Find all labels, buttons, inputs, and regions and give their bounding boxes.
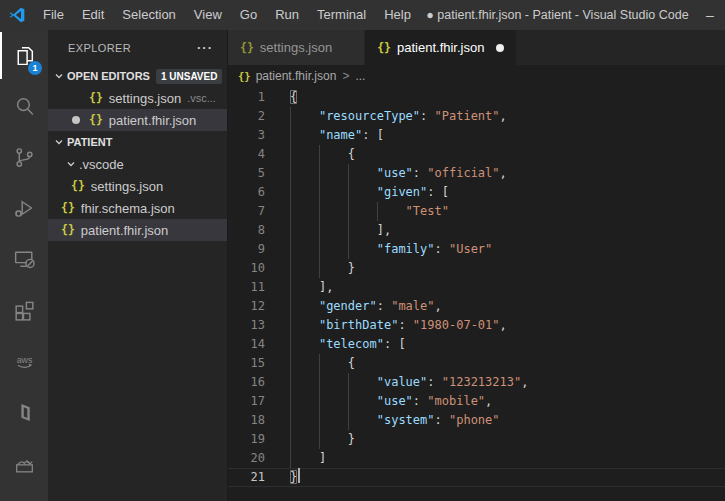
file-name: settings.json — [109, 91, 181, 106]
menu-go[interactable]: Go — [231, 0, 266, 30]
json-file-icon: {} — [240, 41, 254, 55]
menu-selection[interactable]: Selection — [113, 0, 184, 30]
menu-edit[interactable]: Edit — [73, 0, 113, 30]
breadcrumb-file[interactable]: patient.fhir.json — [256, 69, 337, 83]
more-actions-icon[interactable]: ··· — [197, 40, 213, 55]
chevron-down-icon — [51, 137, 67, 147]
tab-label: settings.json — [260, 40, 332, 55]
code-line-8[interactable]: 8 ], — [228, 221, 725, 240]
source-control-icon[interactable] — [0, 132, 48, 183]
json-file-icon: {} — [89, 91, 103, 105]
code-line-13[interactable]: 13 "birthDate": "1980-07-01", — [228, 316, 725, 335]
line-content: { — [290, 145, 725, 164]
line-number: 4 — [228, 145, 265, 164]
line-content: ], — [290, 278, 725, 297]
modified-dot-icon — [344, 44, 352, 52]
file-path-detail: .vsc... — [187, 92, 216, 104]
breadcrumb-separator: > — [342, 69, 349, 83]
code-line-18[interactable]: 18 "system": "phone" — [228, 411, 725, 430]
line-number: 16 — [228, 373, 265, 392]
menu-terminal[interactable]: Terminal — [308, 0, 375, 30]
code-line-19[interactable]: 19 } — [228, 430, 725, 449]
explorer-sidebar: EXPLORER ··· OPEN EDITORS 1 UNSAVED {}se… — [48, 30, 228, 501]
line-content: "name": [ — [290, 126, 725, 145]
file-item-fhir.schema.json[interactable]: {}fhir.schema.json — [48, 197, 227, 219]
code-line-5[interactable]: 5 "use": "official", — [228, 164, 725, 183]
line-number: 8 — [228, 221, 265, 240]
code-line-10[interactable]: 10 } — [228, 259, 725, 278]
run-debug-icon[interactable] — [0, 183, 48, 234]
line-content: "given": [ — [290, 183, 725, 202]
text-cursor — [298, 468, 300, 483]
chevron-down-icon — [63, 159, 79, 169]
tab-settings.json[interactable]: {}settings.json — [228, 30, 364, 65]
menu-run[interactable]: Run — [266, 0, 308, 30]
open-editor-item[interactable]: {}patient.fhir.json — [48, 109, 227, 131]
line-content: "system": "phone" — [290, 411, 725, 430]
code-line-9[interactable]: 9 "family": "User" — [228, 240, 725, 259]
toolbox-extension-icon[interactable] — [0, 438, 48, 489]
json-file-icon: {} — [238, 70, 251, 82]
code-line-15[interactable]: 15 { — [228, 354, 725, 373]
open-editor-item[interactable]: {}settings.json.vsc... — [48, 87, 227, 109]
sidebar-title: EXPLORER — [68, 42, 197, 54]
code-line-14[interactable]: 14 "telecom": [ — [228, 335, 725, 354]
code-line-2[interactable]: 2 "resourceType": "Patient", — [228, 107, 725, 126]
file-item-settings.json[interactable]: {}settings.json — [48, 175, 227, 197]
menu-file[interactable]: File — [34, 0, 73, 30]
code-line-12[interactable]: 12 "gender": "male", — [228, 297, 725, 316]
line-content: "value": "123213213", — [290, 373, 725, 392]
code-line-1[interactable]: 1{ — [228, 88, 725, 107]
code-editor[interactable]: 1{2 "resourceType": "Patient",3 "name": … — [228, 87, 725, 501]
code-line-6[interactable]: 6 "given": [ — [228, 183, 725, 202]
line-number: 9 — [228, 240, 265, 259]
chevron-down-icon — [51, 71, 67, 81]
code-line-17[interactable]: 17 "use": "mobile", — [228, 392, 725, 411]
code-line-3[interactable]: 3 "name": [ — [228, 126, 725, 145]
slab-extension-icon[interactable] — [0, 387, 48, 438]
line-number: 7 — [228, 202, 265, 221]
line-number: 20 — [228, 449, 265, 468]
menu-help[interactable]: Help — [375, 0, 420, 30]
tab-label: patient.fhir.json — [397, 40, 484, 55]
code-line-16[interactable]: 16 "value": "123213213", — [228, 373, 725, 392]
modified-dot-icon — [496, 44, 504, 52]
workspace-header[interactable]: PATIENT — [48, 131, 227, 153]
folder-item-.vscode[interactable]: .vscode — [48, 153, 227, 175]
breadcrumb-tail[interactable]: ... — [355, 69, 365, 83]
line-content: } — [290, 259, 725, 278]
explorer-icon[interactable]: 1 — [0, 30, 48, 81]
json-file-icon: {} — [61, 201, 75, 215]
code-line-7[interactable]: 7 "Test" — [228, 202, 725, 221]
modified-dot-icon — [72, 94, 80, 102]
minimize-button[interactable]: – — [695, 7, 725, 23]
aws-icon[interactable]: aws — [0, 336, 48, 387]
tab-patient.fhir.json[interactable]: {}patient.fhir.json — [365, 30, 516, 65]
svg-text:aws: aws — [16, 355, 32, 365]
file-name: patient.fhir.json — [109, 113, 196, 128]
line-number: 19 — [228, 430, 265, 449]
line-content: "Test" — [290, 202, 725, 221]
json-file-icon: {} — [89, 113, 103, 127]
title-bar: FileEditSelectionViewGoRunTerminalHelp ●… — [0, 0, 725, 30]
code-line-4[interactable]: 4 { — [228, 145, 725, 164]
open-editors-header[interactable]: OPEN EDITORS 1 UNSAVED — [48, 65, 227, 87]
code-line-21[interactable]: 21} — [228, 468, 725, 487]
line-content: ] — [290, 449, 725, 468]
line-content: "family": "User" — [290, 240, 725, 259]
line-content: "use": "mobile", — [290, 392, 725, 411]
vscode-window: FileEditSelectionViewGoRunTerminalHelp ●… — [0, 0, 725, 501]
line-content: "telecom": [ — [290, 335, 725, 354]
search-icon[interactable] — [0, 81, 48, 132]
code-line-11[interactable]: 11 ], — [228, 278, 725, 297]
extensions-icon[interactable] — [0, 285, 48, 336]
remote-explorer-icon[interactable] — [0, 234, 48, 285]
line-content: ], — [290, 221, 725, 240]
line-number: 13 — [228, 316, 265, 335]
code-line-20[interactable]: 20 ] — [228, 449, 725, 468]
breadcrumb[interactable]: {} patient.fhir.json > ... — [228, 65, 725, 87]
line-content: "birthDate": "1980-07-01", — [290, 316, 725, 335]
menu-view[interactable]: View — [185, 0, 231, 30]
file-name: patient.fhir.json — [81, 223, 168, 238]
file-item-patient.fhir.json[interactable]: {}patient.fhir.json — [48, 219, 227, 241]
